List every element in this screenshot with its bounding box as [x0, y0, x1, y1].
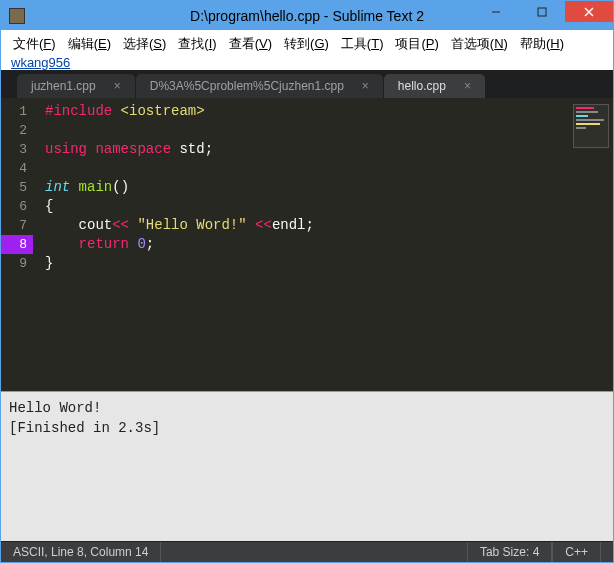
line-number: 5	[1, 178, 27, 197]
line-gutter: 1 2 3 4 5 6 7 8 9	[1, 98, 33, 391]
window-title: D:\program\hello.cpp - Sublime Text 2	[190, 8, 424, 24]
line-number-current: 8	[1, 235, 33, 254]
line-number: 2	[1, 121, 27, 140]
line-number: 1	[1, 102, 27, 121]
code-text[interactable]: #include <iostream> using namespace std;…	[33, 98, 569, 391]
breadcrumb-link[interactable]: wkang956	[7, 55, 607, 70]
line-number: 6	[1, 197, 27, 216]
tabbar: juzhen1.cpp × D%3A%5Cproblem%5Cjuzhen1.c…	[1, 70, 613, 98]
tab-label: hello.cpp	[398, 79, 446, 93]
line-number: 7	[1, 216, 27, 235]
app-icon	[9, 8, 25, 24]
code-area[interactable]: 1 2 3 4 5 6 7 8 9 #include <iostream> us…	[1, 98, 613, 391]
menu-find[interactable]: 查找(I)	[172, 33, 222, 55]
menu-tools[interactable]: 工具(T)	[335, 33, 390, 55]
status-tabsize[interactable]: Tab Size: 4	[467, 542, 552, 562]
minimap-viewport	[573, 104, 609, 148]
window-controls	[473, 1, 613, 30]
close-icon	[584, 7, 594, 17]
tab-label: D%3A%5Cproblem%5Cjuzhen1.cpp	[150, 79, 344, 93]
tab-hello[interactable]: hello.cpp ×	[384, 74, 485, 98]
line-number: 4	[1, 159, 27, 178]
maximize-button[interactable]	[519, 1, 565, 22]
line-number: 9	[1, 254, 27, 273]
menu-prefs[interactable]: 首选项(N)	[445, 33, 514, 55]
statusbar: ASCII, Line 8, Column 14 Tab Size: 4 C++	[1, 541, 613, 562]
minimize-button[interactable]	[473, 1, 519, 22]
tab-label: juzhen1.cpp	[31, 79, 96, 93]
tab-juzhen1[interactable]: juzhen1.cpp ×	[17, 74, 135, 98]
output-line: Hello Word!	[9, 400, 101, 416]
tab-close-icon[interactable]: ×	[362, 79, 369, 93]
menu-goto[interactable]: 转到(G)	[278, 33, 335, 55]
menubar-row: 文件(F) 编辑(E) 选择(S) 查找(I) 查看(V) 转到(G) 工具(T…	[7, 33, 607, 55]
status-position[interactable]: ASCII, Line 8, Column 14	[13, 542, 161, 562]
menu-edit[interactable]: 编辑(E)	[62, 33, 117, 55]
editor-wrap: juzhen1.cpp × D%3A%5Cproblem%5Cjuzhen1.c…	[1, 70, 613, 541]
maximize-icon	[537, 7, 547, 17]
build-output[interactable]: Hello Word! [Finished in 2.3s]	[1, 391, 613, 541]
svg-rect-1	[538, 8, 546, 16]
output-line: [Finished in 2.3s]	[9, 420, 160, 436]
menu-select[interactable]: 选择(S)	[117, 33, 172, 55]
menu-help[interactable]: 帮助(H)	[514, 33, 570, 55]
minimap[interactable]	[569, 98, 613, 391]
tab-close-icon[interactable]: ×	[464, 79, 471, 93]
tab-close-icon[interactable]: ×	[114, 79, 121, 93]
close-button[interactable]	[565, 1, 613, 22]
menu-view[interactable]: 查看(V)	[223, 33, 278, 55]
menubar: 文件(F) 编辑(E) 选择(S) 查找(I) 查看(V) 转到(G) 工具(T…	[1, 30, 613, 70]
line-number: 3	[1, 140, 27, 159]
menu-file[interactable]: 文件(F)	[7, 33, 62, 55]
tab-encoded-path[interactable]: D%3A%5Cproblem%5Cjuzhen1.cpp ×	[136, 74, 383, 98]
window-titlebar: D:\program\hello.cpp - Sublime Text 2	[1, 1, 613, 30]
menu-project[interactable]: 项目(P)	[389, 33, 444, 55]
minimize-icon	[491, 7, 501, 17]
status-language[interactable]: C++	[552, 542, 601, 562]
